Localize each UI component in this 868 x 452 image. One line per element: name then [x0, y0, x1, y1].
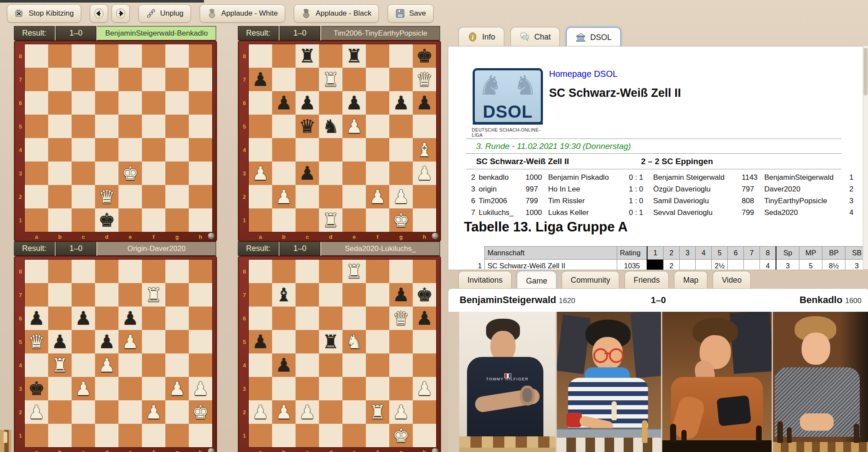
- square-d3[interactable]: [319, 377, 342, 400]
- square-f7[interactable]: ♜: [142, 283, 165, 307]
- square-e6[interactable]: ♟: [342, 91, 366, 115]
- square-g4[interactable]: [389, 138, 413, 162]
- square-g6[interactable]: ♟: [389, 91, 413, 115]
- square-e5[interactable]: ♟: [118, 330, 142, 353]
- square-b7[interactable]: [48, 283, 72, 307]
- square-h3[interactable]: [189, 162, 212, 185]
- square-e8[interactable]: ♜: [342, 260, 366, 283]
- square-h3[interactable]: ♟: [413, 162, 436, 185]
- square-c2[interactable]: [296, 185, 319, 208]
- square-h1[interactable]: [189, 424, 212, 447]
- square-a7[interactable]: ♟: [249, 68, 272, 91]
- square-h4[interactable]: [189, 138, 212, 162]
- chess-board[interactable]: ♜♟♟♟♛♟♟♟♜♟♚♟♟♟♟♟♚: [25, 260, 212, 447]
- square-g5[interactable]: [165, 330, 189, 353]
- square-b4[interactable]: [48, 138, 72, 162]
- square-a1[interactable]: [249, 208, 272, 232]
- square-d2[interactable]: ♛: [95, 185, 118, 208]
- square-f3[interactable]: [142, 162, 165, 185]
- square-b4[interactable]: [272, 138, 296, 162]
- square-e3[interactable]: [342, 162, 366, 185]
- square-h8[interactable]: [413, 260, 436, 283]
- square-f3[interactable]: [366, 162, 389, 185]
- square-d5[interactable]: [95, 115, 118, 138]
- square-g2[interactable]: ♟: [389, 400, 413, 424]
- square-d4[interactable]: [319, 353, 342, 377]
- applaude-white-button[interactable]: Applaude - White: [200, 4, 285, 23]
- square-h2[interactable]: [413, 400, 436, 424]
- square-g7[interactable]: [165, 68, 189, 91]
- square-c3[interactable]: ♟: [296, 162, 319, 185]
- square-g7[interactable]: [389, 68, 413, 91]
- back-button[interactable]: [90, 4, 108, 23]
- square-e6[interactable]: ♟: [118, 307, 142, 330]
- square-b8[interactable]: [272, 260, 296, 283]
- square-a2[interactable]: [25, 185, 48, 208]
- square-c5[interactable]: [72, 330, 95, 353]
- square-g2[interactable]: ♟: [389, 185, 413, 208]
- square-b7[interactable]: [272, 68, 296, 91]
- square-f5[interactable]: [142, 115, 165, 138]
- square-d7[interactable]: [95, 68, 118, 91]
- square-e7[interactable]: [342, 283, 366, 307]
- square-g4[interactable]: [165, 138, 189, 162]
- square-a7[interactable]: [25, 283, 48, 307]
- square-g6[interactable]: ♛: [389, 307, 413, 330]
- square-g2[interactable]: [165, 185, 189, 208]
- square-b2[interactable]: [48, 400, 72, 424]
- scrollbar-thumb[interactable]: [864, 48, 868, 96]
- square-d7[interactable]: [319, 283, 342, 307]
- square-a5[interactable]: ♟: [249, 330, 272, 353]
- square-d7[interactable]: ♜: [319, 68, 342, 91]
- square-e5[interactable]: ♞: [342, 330, 366, 353]
- square-f5[interactable]: [366, 115, 389, 138]
- square-a3[interactable]: [25, 162, 48, 185]
- square-g1[interactable]: [165, 424, 189, 447]
- square-c3[interactable]: [72, 162, 95, 185]
- square-c5[interactable]: [296, 330, 319, 353]
- square-g7[interactable]: [165, 283, 189, 307]
- square-g3[interactable]: [389, 377, 413, 400]
- square-e2[interactable]: [118, 185, 142, 208]
- square-f2[interactable]: ♟: [366, 185, 389, 208]
- square-c8[interactable]: [72, 260, 95, 283]
- square-d5[interactable]: ♞: [319, 115, 342, 138]
- square-h7[interactable]: [189, 68, 212, 91]
- square-g5[interactable]: [389, 330, 413, 353]
- square-c1[interactable]: [296, 208, 319, 232]
- square-a5[interactable]: [25, 115, 48, 138]
- square-c2[interactable]: [72, 400, 95, 424]
- square-a3[interactable]: ♟: [249, 162, 272, 185]
- square-f1[interactable]: [366, 424, 389, 447]
- square-h8[interactable]: [189, 260, 212, 283]
- square-d1[interactable]: [95, 424, 118, 447]
- tab-invitations[interactable]: Invitations: [458, 271, 512, 289]
- square-b8[interactable]: [272, 44, 296, 68]
- square-a1[interactable]: [249, 424, 272, 447]
- square-g4[interactable]: [389, 353, 413, 377]
- square-g2[interactable]: [165, 400, 189, 424]
- square-g1[interactable]: ♚: [389, 208, 413, 232]
- square-c6[interactable]: [72, 91, 95, 115]
- square-a8[interactable]: [249, 44, 272, 68]
- tab-chat[interactable]: Chat: [510, 27, 560, 46]
- square-h5[interactable]: [413, 115, 436, 138]
- square-f4[interactable]: [366, 138, 389, 162]
- square-a6[interactable]: ♟: [25, 307, 48, 330]
- square-c3[interactable]: ♟: [72, 377, 95, 400]
- square-a5[interactable]: ♛: [25, 330, 48, 353]
- square-c7[interactable]: [72, 68, 95, 91]
- square-e5[interactable]: [118, 115, 142, 138]
- square-g8[interactable]: [389, 260, 413, 283]
- square-b3[interactable]: [48, 377, 72, 400]
- square-c6[interactable]: ♟: [296, 91, 319, 115]
- square-g4[interactable]: [165, 353, 189, 377]
- square-h4[interactable]: ♝: [413, 138, 436, 162]
- square-f6[interactable]: [366, 91, 389, 115]
- square-f7[interactable]: [366, 68, 389, 91]
- square-e7[interactable]: [342, 68, 366, 91]
- chess-board[interactable]: ♚♛♚: [25, 44, 212, 232]
- square-e4[interactable]: [342, 353, 366, 377]
- square-c8[interactable]: ♜: [296, 44, 319, 68]
- square-d4[interactable]: [319, 138, 342, 162]
